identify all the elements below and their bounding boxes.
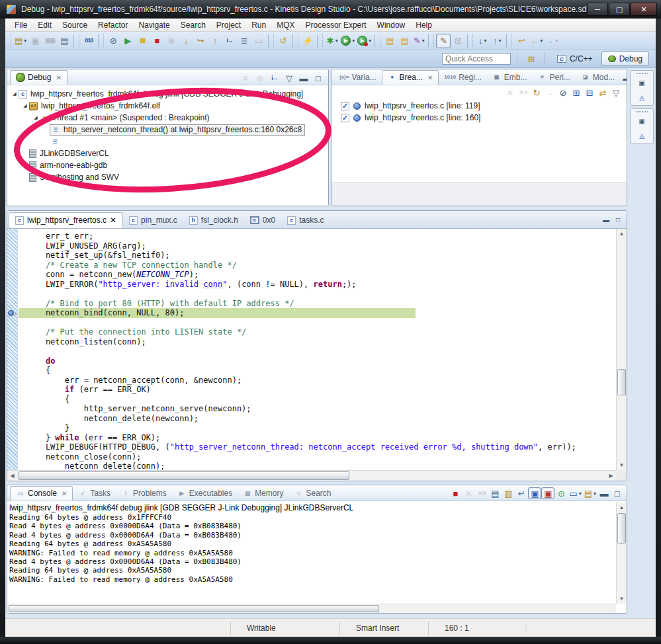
minimize-view-button[interactable]: ▬ <box>620 73 627 83</box>
menu-processor-expert[interactable]: Processor Expert <box>300 19 372 31</box>
expander-icon[interactable]: ◢ <box>32 115 39 120</box>
back-button[interactable]: ←▾ <box>529 34 544 48</box>
open-console-button[interactable]: ▤▾ <box>583 487 597 499</box>
close-button[interactable]: ✕ <box>631 3 657 16</box>
tab-console[interactable]: ▭Console✕ <box>10 486 73 501</box>
step-over-button[interactable]: ↪ <box>193 34 208 48</box>
code-editor[interactable]: → err_t err; LWIP_UNUSED_ARG(arg); netif… <box>7 229 616 470</box>
last-edit-location-button[interactable]: ↩ <box>514 34 529 48</box>
tree-row-body[interactable]: clwip_httpsrv_freertos_frdmk64f debug jl… <box>18 89 306 100</box>
debug-launch-dropdown-icon[interactable]: ▾ <box>335 38 338 44</box>
open-fastview-button[interactable]: ◬ <box>634 91 650 104</box>
marker-pen-button[interactable]: ✎▾ <box>412 34 426 48</box>
tree-row-body[interactable]: elflwip_httpsrv_freertos_frdmk64f.elf <box>28 101 163 112</box>
load-file-button[interactable]: ▤ <box>382 34 397 48</box>
next-annotation-dropdown-icon[interactable]: ▾ <box>484 38 487 44</box>
tab-search[interactable]: ○Search <box>289 486 337 501</box>
scroll-lock-button[interactable]: ▥ <box>502 487 515 499</box>
tree-row[interactable]: ◢»Thread #1 <main> (Suspended : Breakpoi… <box>7 112 328 124</box>
drag-handle-icon[interactable] <box>636 110 648 113</box>
editor-tab-0x0[interactable]: c0x0 <box>244 212 281 228</box>
word-wrap-button[interactable]: ↵ <box>515 487 528 499</box>
pin-console-button[interactable]: ⊙ <box>554 487 568 499</box>
expand-all-button[interactable]: ⊞ <box>570 87 583 99</box>
tab-debug[interactable]: Debug ✕ <box>10 70 67 85</box>
tree-row-body[interactable]: »Thread #1 <main> (Suspended : Breakpoin… <box>39 112 212 124</box>
editor-tab-tasks-c[interactable]: ctasks.c <box>281 212 330 228</box>
step-into-button[interactable]: ↓ <box>179 34 193 48</box>
minimize-button[interactable]: ▬ <box>597 487 611 499</box>
tab-modules[interactable]: ◪Mod... <box>576 70 620 85</box>
expander-icon[interactable]: ◢ <box>11 91 18 97</box>
show-stderr-button[interactable]: ▣ <box>541 487 554 499</box>
scroll-down-icon[interactable]: ▼ <box>617 594 627 604</box>
tree-row-body[interactable]: arm-none-eabi-gdb <box>28 160 110 171</box>
perspective-debug-button[interactable]: Debug <box>601 52 649 66</box>
display-console-dropdown-icon[interactable]: ▾ <box>579 491 582 497</box>
previous-annotation-dropdown-icon[interactable]: ▾ <box>499 38 502 44</box>
minimize-button[interactable]: ▬ <box>296 73 311 83</box>
tree-row-body[interactable]: ≡http_server_netconn_thread() at lwip_ht… <box>50 124 305 136</box>
forward-dropdown-icon[interactable]: ▾ <box>555 38 558 44</box>
external-tools-button[interactable]: ▶▾ <box>356 34 373 48</box>
external-tools-dropdown-icon[interactable]: ▾ <box>369 38 371 44</box>
tree-row[interactable]: JLinkGDBServerCL <box>7 147 328 159</box>
breakpoint-row[interactable]: ✓lwip_httpsrv_freertos.c [line: 119] <box>331 100 627 112</box>
back-dropdown-icon[interactable]: ▾ <box>540 38 543 44</box>
instruction-stepping-mode-button[interactable]: i→ <box>267 73 282 83</box>
instruction-stepping-button[interactable]: i→ <box>222 34 237 48</box>
quick-access-input[interactable] <box>442 53 511 65</box>
open-perspective-button[interactable]: ⊞ <box>524 52 539 66</box>
maximize-button[interactable]: □ <box>311 73 326 83</box>
view-menu-button[interactable]: ▽ <box>282 73 296 83</box>
scrollbar-thumb[interactable] <box>617 369 626 395</box>
terminate-button[interactable]: ■ <box>449 487 462 499</box>
editor-horizontal-scrollbar[interactable]: ◀ ▶ <box>7 470 616 481</box>
console-output[interactable]: lwip_httpsrv_freertos_frdmk64f debug jli… <box>7 503 616 604</box>
editor-tab-lwip-httpsrv-freertos-c[interactable]: clwip_httpsrv_freertos.c✕ <box>9 212 123 228</box>
code-text[interactable]: err_t err; LWIP_UNUSED_ARG(arg); netif_s… <box>19 229 616 470</box>
tab-breakpoints[interactable]: ●Brea...✕ <box>382 70 439 85</box>
editor-tab-fsl-clock-h[interactable]: hfsl_clock.h <box>183 212 244 228</box>
debug-launch-button[interactable]: ✱▾ <box>325 34 339 48</box>
tree-row-body[interactable]: JLinkGDBServerCL <box>28 148 112 159</box>
scroll-up-icon[interactable]: ▲ <box>617 503 627 512</box>
display-console-button[interactable]: ▭▾ <box>568 487 582 499</box>
menu-run[interactable]: Run <box>246 19 271 31</box>
scrollbar-thumb[interactable] <box>9 605 379 612</box>
checkbox[interactable]: ✓ <box>341 114 349 122</box>
scrollbar-thumb[interactable] <box>617 513 626 543</box>
scroll-up-icon[interactable]: ▲ <box>617 229 627 239</box>
expander-icon[interactable]: ◢ <box>22 103 28 108</box>
maximize-editor-button[interactable]: □ <box>612 214 624 225</box>
open-file-button[interactable]: ▤ <box>397 34 412 48</box>
tree-row[interactable]: ◢elflwip_httpsrv_freertos_frdmk64f.elf <box>7 100 328 112</box>
run-launch-button[interactable]: ▶▾ <box>339 34 356 48</box>
print-button[interactable]: ▤ <box>57 34 71 48</box>
open-fastview-button[interactable]: ◬ <box>634 129 650 142</box>
tab-memory[interactable]: ▦Memory <box>238 486 288 501</box>
console-horizontal-scrollbar[interactable] <box>7 604 616 613</box>
binary-file-button[interactable]: 010 <box>81 34 96 48</box>
editor-vertical-scrollbar[interactable]: ▲ ▼ <box>616 229 627 470</box>
checkbox[interactable]: ✓ <box>341 102 349 110</box>
next-annotation-button[interactable]: ↓▾ <box>475 34 490 48</box>
restore-view-button[interactable]: ▣ <box>634 76 650 89</box>
flash-download-button[interactable]: ⚡ <box>300 34 315 48</box>
tree-row[interactable]: Semihosting and SWV <box>7 171 328 183</box>
menu-search[interactable]: Search <box>175 19 211 31</box>
restore-view-button[interactable]: ▣ <box>634 114 650 128</box>
menu-navigate[interactable]: Navigate <box>133 19 175 31</box>
tree-row[interactable]: ≡http_server_netconn_thread() at lwip_ht… <box>7 124 328 136</box>
collapse-all-button[interactable]: ⊟ <box>583 87 596 99</box>
tree-row[interactable]: arm-none-eabi-gdb <box>7 159 328 171</box>
menu-mqx[interactable]: MQX <box>271 19 300 31</box>
sweep-button[interactable]: ✎ <box>436 34 451 48</box>
marker-pen-dropdown-icon[interactable]: ▾ <box>422 38 425 44</box>
tree-row-body[interactable]: Semihosting and SWV <box>28 172 122 183</box>
menu-edit[interactable]: Edit <box>32 19 57 31</box>
close-icon[interactable]: ✕ <box>62 490 67 497</box>
tree-row[interactable]: ◢clwip_httpsrv_freertos_frdmk64f debug j… <box>7 88 328 100</box>
skip-all-breakpoints-button[interactable]: ⊘ <box>106 34 120 48</box>
close-icon[interactable]: ✕ <box>110 216 116 225</box>
